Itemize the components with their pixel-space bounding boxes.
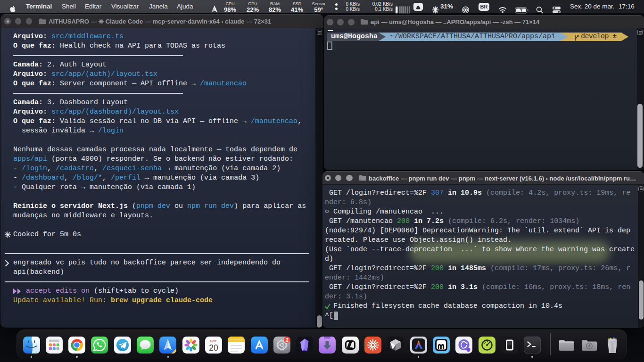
svg-text:20: 20 — [209, 343, 218, 353]
svg-text:Sex.: Sex. — [210, 339, 217, 343]
svg-text:2: 2 — [286, 337, 289, 343]
